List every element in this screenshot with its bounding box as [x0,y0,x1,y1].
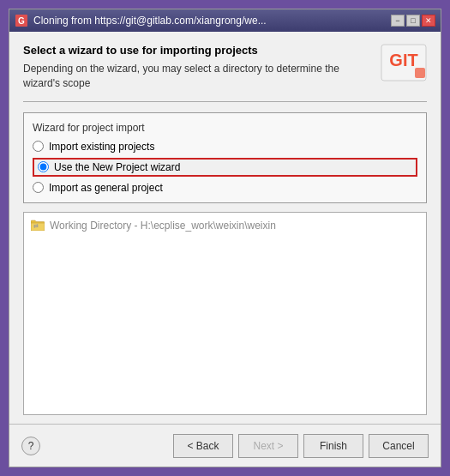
window-controls: − □ ✕ [391,15,435,27]
finish-button[interactable]: Finish [303,434,363,458]
git-logo: GIT [381,44,427,81]
radio-general-project-label: Import as general project [49,182,163,194]
header-description: Depending on the wizard, you may select … [23,62,372,91]
svg-rect-4 [415,68,425,78]
folder-icon: ⇄ [31,220,45,231]
radio-new-project-label: Use the New Project wizard [54,161,180,173]
divider [23,101,427,102]
svg-text:G: G [18,16,25,26]
working-directory-box: ⇄ Working Directory - H:\ecplise_work\we… [23,212,427,415]
header-title: Select a wizard to use for importing pro… [23,44,372,57]
close-button[interactable]: ✕ [422,15,435,27]
content-area: Select a wizard to use for importing pro… [9,32,441,424]
header-section: Select a wizard to use for importing pro… [23,44,427,91]
radio-import-existing-input[interactable] [33,141,44,152]
group-label: Wizard for project import [33,122,417,134]
svg-text:⇄: ⇄ [33,223,39,229]
radio-import-existing[interactable]: Import existing projects [33,141,417,153]
working-dir-content: ⇄ Working Directory - H:\ecplise_work\we… [31,220,276,232]
radio-new-project-input[interactable] [38,161,49,172]
help-button[interactable]: ? [21,437,40,455]
bottom-bar: ? < Back Next > Finish Cancel [9,424,441,467]
cancel-button[interactable]: Cancel [369,434,429,458]
minimize-button[interactable]: − [391,15,405,27]
radio-import-existing-label: Import existing projects [49,141,154,153]
main-window: G Cloning from https://git@gitlab.com/xi… [9,9,441,467]
radio-general-project[interactable]: Import as general project [33,182,417,194]
title-bar: G Cloning from https://git@gitlab.com/xi… [9,9,441,32]
radio-general-project-input[interactable] [33,182,44,193]
working-dir-label: Working Directory - H:\ecplise_work\weix… [50,220,276,232]
window-icon: G [15,14,28,27]
radio-new-project[interactable]: Use the New Project wizard [33,158,417,177]
wizard-group-box: Wizard for project import Import existin… [23,112,427,203]
next-button[interactable]: Next > [238,434,298,458]
header-text: Select a wizard to use for importing pro… [23,44,372,91]
back-button[interactable]: < Back [173,434,233,458]
svg-text:GIT: GIT [389,51,417,69]
window-title: Cloning from https://git@gitlab.com/xian… [33,15,391,27]
maximize-button[interactable]: □ [406,15,420,27]
